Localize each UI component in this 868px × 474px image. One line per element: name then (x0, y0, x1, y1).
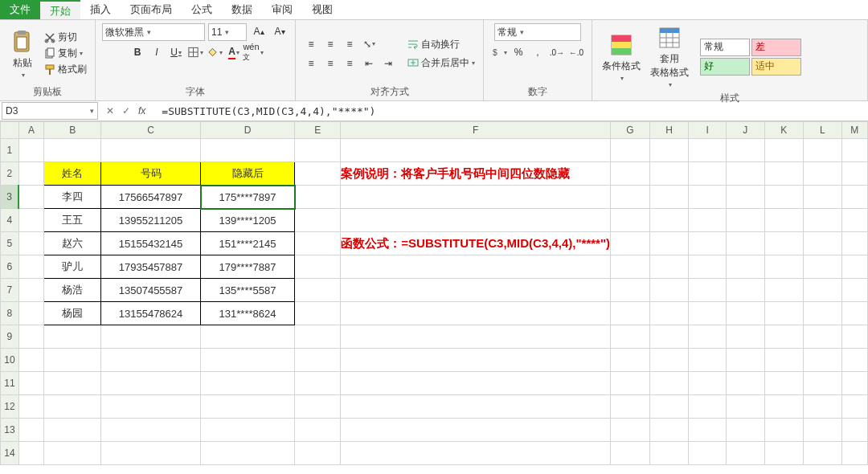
cell-K14[interactable] (764, 442, 803, 465)
cell-I13[interactable] (689, 419, 727, 442)
percent-button[interactable]: % (510, 44, 527, 60)
cell-L10[interactable] (803, 349, 841, 372)
style-normal[interactable]: 常规 (700, 39, 750, 56)
cell-M3[interactable] (841, 186, 867, 209)
cell-J10[interactable] (726, 349, 764, 372)
tab-view[interactable]: 视图 (302, 0, 342, 19)
cell-B7[interactable]: 杨浩 (44, 279, 101, 302)
cell-A6[interactable] (18, 255, 44, 279)
cut-button[interactable]: 剪切 (42, 30, 88, 45)
align-right-button[interactable]: ≡ (341, 55, 358, 72)
cell-H5[interactable] (649, 232, 689, 255)
cell-H9[interactable] (649, 325, 689, 349)
cell-M7[interactable] (841, 279, 867, 302)
tab-insert[interactable]: 插入 (80, 0, 121, 19)
row-header-14[interactable]: 14 (1, 442, 19, 465)
cancel-formula-button[interactable]: ✕ (106, 105, 114, 116)
phonetic-button[interactable]: wén文▾ (244, 44, 262, 60)
cell-D14[interactable] (201, 442, 295, 465)
cell-H7[interactable] (649, 279, 689, 302)
cell-L3[interactable] (803, 186, 841, 209)
cell-M6[interactable] (841, 255, 867, 279)
cell-M10[interactable] (841, 349, 867, 372)
cell-A11[interactable] (18, 372, 44, 395)
cell-G14[interactable] (611, 442, 650, 465)
row-header-10[interactable]: 10 (1, 349, 19, 372)
decrease-decimal-button[interactable]: ←.0 (567, 44, 585, 60)
cell-B13[interactable] (44, 419, 101, 442)
align-left-button[interactable]: ≡ (302, 55, 320, 72)
row-header-5[interactable]: 5 (1, 232, 19, 255)
row-header-12[interactable]: 12 (1, 395, 19, 419)
cell-L14[interactable] (803, 442, 841, 465)
row-header-9[interactable]: 9 (1, 325, 19, 349)
cell-D5[interactable]: 151****2145 (201, 232, 295, 255)
cell-K13[interactable] (764, 419, 803, 442)
borders-button[interactable]: ▾ (186, 44, 204, 60)
cell-C7[interactable]: 13507455587 (101, 279, 201, 302)
cell-M8[interactable] (841, 302, 867, 325)
cell-D10[interactable] (201, 349, 295, 372)
cell-C4[interactable]: 13955211205 (101, 209, 201, 232)
name-box[interactable]: D3▾ (2, 102, 98, 120)
col-header-M[interactable]: M (841, 122, 867, 139)
cell-I11[interactable] (689, 372, 727, 395)
cell-H3[interactable] (649, 186, 689, 209)
cell-G11[interactable] (611, 372, 650, 395)
cell-J9[interactable] (726, 325, 764, 349)
cell-F13[interactable] (341, 419, 611, 442)
cell-K7[interactable] (764, 279, 803, 302)
conditional-format-button[interactable]: 条件格式▾ (599, 31, 644, 84)
cell-A5[interactable] (18, 232, 44, 255)
cell-M4[interactable] (841, 209, 867, 232)
cell-B12[interactable] (44, 395, 101, 419)
cell-B3[interactable]: 李四 (44, 186, 101, 209)
row-header-11[interactable]: 11 (1, 372, 19, 395)
cell-K9[interactable] (764, 325, 803, 349)
cell-H14[interactable] (649, 442, 689, 465)
cell-H13[interactable] (649, 419, 689, 442)
cell-J3[interactable] (726, 186, 764, 209)
col-header-H[interactable]: H (649, 122, 689, 139)
cell-F12[interactable] (341, 395, 611, 419)
cell-I5[interactable] (689, 232, 727, 255)
cell-C14[interactable] (101, 442, 201, 465)
indent-decrease-button[interactable]: ⇤ (360, 55, 378, 72)
format-as-table-button[interactable]: 套用 表格格式▾ (647, 23, 692, 90)
cell-M9[interactable] (841, 325, 867, 349)
cell-H2[interactable] (649, 162, 689, 186)
cell-K11[interactable] (764, 372, 803, 395)
cell-G12[interactable] (611, 395, 650, 419)
tab-page-layout[interactable]: 页面布局 (121, 0, 182, 19)
cell-B8[interactable]: 杨园 (44, 302, 101, 325)
grow-font-button[interactable]: A▴ (250, 23, 268, 39)
cell-B6[interactable]: 驴儿 (44, 255, 101, 279)
cell-K1[interactable] (764, 139, 803, 162)
col-header-F[interactable]: F (341, 122, 611, 139)
cell-I9[interactable] (689, 325, 727, 349)
style-good[interactable]: 好 (700, 58, 750, 76)
tab-formulas[interactable]: 公式 (182, 0, 222, 19)
wrap-text-button[interactable]: 自动换行 (405, 37, 477, 52)
col-header-C[interactable]: C (101, 122, 201, 139)
cell-M13[interactable] (841, 419, 867, 442)
cell-H1[interactable] (649, 139, 689, 162)
cell-B10[interactable] (44, 349, 101, 372)
number-format-combo[interactable]: 常规▾ (494, 23, 581, 41)
cell-I7[interactable] (689, 279, 727, 302)
cell-E14[interactable] (295, 442, 341, 465)
cell-L1[interactable] (803, 139, 841, 162)
cell-F9[interactable] (341, 325, 611, 349)
cell-M14[interactable] (841, 442, 867, 465)
cell-E9[interactable] (295, 325, 341, 349)
col-header-A[interactable]: A (18, 122, 44, 139)
cell-G1[interactable] (611, 139, 650, 162)
cell-E6[interactable] (295, 255, 341, 279)
select-all-corner[interactable] (1, 122, 19, 139)
increase-decimal-button[interactable]: .0→ (548, 44, 566, 60)
row-header-2[interactable]: 2 (1, 162, 19, 186)
cell-F11[interactable] (341, 372, 611, 395)
cell-E8[interactable] (295, 302, 341, 325)
shrink-font-button[interactable]: A▾ (271, 23, 289, 39)
col-header-K[interactable]: K (764, 122, 803, 139)
